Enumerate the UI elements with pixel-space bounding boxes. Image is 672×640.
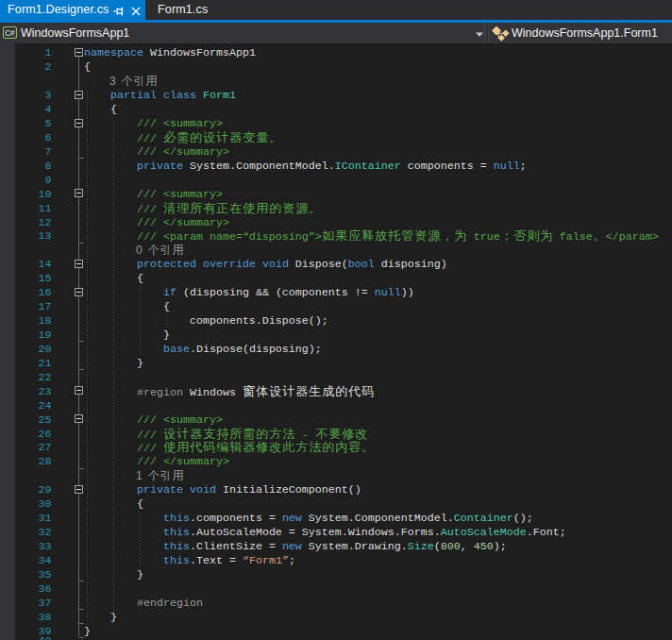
code-line-20[interactable]: 20 base.Dispose(disposing); <box>0 343 672 357</box>
code-line-1[interactable]: 1namespace WindowsFormsApp1 <box>0 46 672 60</box>
chevron-down-icon[interactable] <box>476 32 483 37</box>
line-number[interactable]: 30 <box>19 497 52 512</box>
line-number[interactable]: 11 <box>19 202 52 216</box>
line-number[interactable]: 17 <box>19 300 52 314</box>
code-line-30[interactable]: 30 { <box>0 497 672 512</box>
code-line-21[interactable]: 21 } <box>0 357 672 371</box>
code-line-37[interactable]: 37 #endregion <box>0 597 672 611</box>
code-line-15[interactable]: 15 { <box>0 272 672 286</box>
line-number[interactable]: 5 <box>19 117 52 131</box>
line-number[interactable]: 8 <box>19 160 52 174</box>
code-line-13[interactable]: 13 /// <param name=“disposing”>如果应释放托管资源… <box>0 229 672 244</box>
line-number[interactable]: 7 <box>19 145 52 160</box>
codelens-references[interactable]: 0 个引用 <box>136 244 184 258</box>
code-line-3[interactable]: 3 partial class Form1 <box>0 89 672 103</box>
pin-icon[interactable] <box>113 7 124 16</box>
collapse-box[interactable] <box>75 485 83 494</box>
close-icon[interactable] <box>131 7 141 16</box>
line-number[interactable]: 34 <box>19 554 52 568</box>
codelens-references[interactable]: 3 个引用 <box>109 75 158 89</box>
line-number[interactable]: 29 <box>19 483 52 497</box>
code-line-32[interactable]: 32 this.AutoScaleMode = System.Windows.F… <box>0 526 672 540</box>
code-line-8[interactable]: 8 private System.ComponentModel.IContain… <box>0 160 672 174</box>
line-number[interactable]: 1 <box>19 46 52 60</box>
line-number[interactable]: 26 <box>19 428 52 442</box>
line-number[interactable]: 32 <box>19 526 52 540</box>
code-line-11[interactable]: 11 /// 清理所有正在使用的资源。 <box>0 202 672 216</box>
codelens-indicator[interactable]: 0 个引用 <box>0 244 672 258</box>
line-number[interactable]: 3 <box>19 89 52 103</box>
code-line-38[interactable]: 38 } <box>0 611 672 625</box>
line-number[interactable]: 6 <box>19 131 52 145</box>
code-line-39[interactable]: 39} <box>0 625 672 639</box>
line-number[interactable]: 33 <box>19 540 52 554</box>
line-number[interactable]: 22 <box>19 371 52 385</box>
line-number[interactable]: 21 <box>19 357 52 371</box>
line-number[interactable]: 9 <box>19 174 52 188</box>
code-line-27[interactable]: 27 /// 使用代码编辑器修改此方法的内容。 <box>0 441 672 455</box>
collapse-box[interactable] <box>75 91 83 99</box>
code-line-18[interactable]: 18 components.Dispose(); <box>0 314 672 328</box>
line-number[interactable]: 31 <box>19 512 52 526</box>
line-number[interactable]: 16 <box>19 286 52 300</box>
code-line-34[interactable]: 34 this.Text = “Form1”; <box>0 554 672 568</box>
line-number[interactable]: 35 <box>19 568 52 582</box>
code-line-28[interactable]: 28 /// </summary> <box>0 455 672 469</box>
line-number[interactable]: 25 <box>19 413 52 428</box>
code-line-19[interactable]: 19 } <box>0 328 672 343</box>
code-line-24[interactable]: 24 <box>0 399 672 413</box>
codelens-indicator[interactable]: 3 个引用 <box>0 75 672 89</box>
line-number[interactable]: 28 <box>19 455 52 469</box>
code-line-4[interactable]: 4 { <box>0 103 672 117</box>
line-number[interactable]: 15 <box>19 272 52 286</box>
code-line-25[interactable]: 25 /// <summary> <box>0 413 672 428</box>
code-line-12[interactable]: 12 /// </summary> <box>0 216 672 230</box>
line-number[interactable]: 14 <box>19 258 52 272</box>
code-line-2[interactable]: 2{ <box>0 60 672 75</box>
line-number[interactable]: 37 <box>19 597 52 611</box>
code-line-29[interactable]: 29 private void InitializeComponent() <box>0 483 672 497</box>
collapse-box[interactable] <box>75 260 83 268</box>
line-number[interactable]: 2 <box>19 60 52 75</box>
code-line-31[interactable]: 31 this.components = new System.Componen… <box>0 512 672 526</box>
collapse-box[interactable] <box>75 386 83 395</box>
code-line-5[interactable]: 5 /// <summary> <box>0 117 672 131</box>
code-line-35[interactable]: 35 } <box>0 568 672 582</box>
line-number[interactable]: 23 <box>19 385 52 399</box>
code-line-33[interactable]: 33 this.ClientSize = new System.Drawing.… <box>0 540 672 554</box>
line-number[interactable]: 4 <box>19 103 52 117</box>
line-number[interactable]: 19 <box>19 328 52 343</box>
collapse-box[interactable] <box>75 288 83 296</box>
codelens-references[interactable]: 1 个引用 <box>136 469 184 483</box>
line-number[interactable]: 18 <box>19 314 52 328</box>
code-line-16[interactable]: 16 if (disposing && (components != null)… <box>0 286 672 300</box>
code-line-17[interactable]: 17 { <box>0 300 672 314</box>
line-number[interactable]: 10 <box>19 188 52 202</box>
collapse-box[interactable] <box>75 48 83 57</box>
code-line-6[interactable]: 6 /// 必需的设计器变量。 <box>0 131 672 145</box>
collapse-box[interactable] <box>75 119 83 127</box>
code-line-36[interactable]: 36 <box>0 582 672 597</box>
line-number[interactable]: 13 <box>19 229 52 244</box>
line-number[interactable]: 12 <box>19 216 52 230</box>
line-number[interactable]: 27 <box>19 441 52 455</box>
line-number[interactable]: 36 <box>19 582 52 597</box>
code-line-10[interactable]: 10 /// <summary> <box>0 188 672 202</box>
tab-form1[interactable]: Form1.cs <box>148 0 217 20</box>
code-line-22[interactable]: 22 <box>0 371 672 385</box>
code-line-23[interactable]: 23 #region Windows 窗体设计器生成的代码 <box>0 385 672 399</box>
collapse-box[interactable] <box>75 414 83 423</box>
line-number[interactable]: 20 <box>19 343 52 357</box>
line-number[interactable]: 40 <box>19 634 52 640</box>
code-line-26[interactable]: 26 /// 设计器支持所需的方法 - 不要修改 <box>0 428 672 442</box>
line-number[interactable]: 24 <box>19 399 52 413</box>
line-number[interactable]: 38 <box>19 611 52 625</box>
collapse-box[interactable] <box>75 189 83 197</box>
codelens-indicator[interactable]: 1 个引用 <box>0 469 672 483</box>
type-dropdown[interactable]: WindowsFormsApp1.Form1 <box>512 23 658 43</box>
code-line-14[interactable]: 14 protected override void Dispose(bool … <box>0 258 672 272</box>
code-line-7[interactable]: 7 /// </summary> <box>0 145 672 160</box>
code-editor[interactable]: 1namespace WindowsFormsApp12{3 个引用3 part… <box>0 43 672 640</box>
code-line-9[interactable]: 9 <box>0 174 672 188</box>
project-dropdown[interactable]: WindowsFormsApp1 <box>21 23 129 43</box>
